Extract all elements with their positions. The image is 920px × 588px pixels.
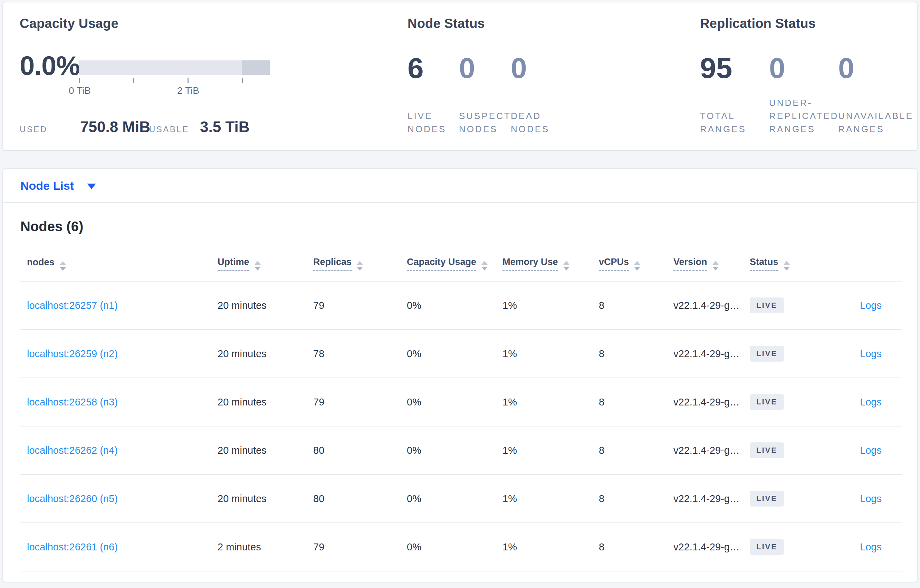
cell-node: localhost:26261 (n6) — [20, 523, 217, 571]
cell-node: localhost:26262 (n4) — [20, 426, 217, 475]
column-header-Version[interactable]: Version — [674, 247, 750, 281]
sort-desc-icon — [60, 267, 66, 271]
node-link[interactable]: localhost:26257 (n1) — [27, 300, 118, 311]
column-header-Capacity Usage[interactable]: Capacity Usage — [407, 247, 502, 281]
cell-capacity: 0% — [407, 378, 502, 426]
cell-vcpus: 8 — [599, 330, 674, 378]
axis-tick — [79, 78, 80, 83]
column-header-label: Memory Use — [502, 257, 558, 271]
sort-desc-icon — [563, 267, 570, 271]
node-link[interactable]: localhost:26261 (n6) — [27, 541, 118, 552]
cell-replicas: 79 — [313, 378, 407, 426]
node-list-bar: Node List — [3, 169, 917, 203]
logs-link[interactable]: Logs — [860, 445, 882, 456]
sort-asc-icon — [357, 261, 363, 265]
cell-logs: Logs — [829, 523, 902, 571]
capacity-stats-row: USED 750.8 MiB USABLE 3.5 TiB — [20, 118, 293, 139]
sort-icon[interactable] — [254, 261, 261, 271]
usable-value: 3.5 TiB — [200, 118, 249, 136]
usable-label: USABLE — [149, 124, 189, 134]
logs-link[interactable]: Logs — [860, 396, 882, 407]
sort-desc-icon — [634, 267, 640, 271]
node-status-section: Node Status 6 LIVE NODES 0 SUSPECT NODES… — [408, 2, 649, 150]
column-header-Memory Use[interactable]: Memory Use — [502, 247, 599, 281]
cell-status: LIVE — [750, 523, 829, 571]
status-badge: LIVE — [750, 539, 784, 555]
replication-status-title: Replication Status — [700, 16, 816, 31]
total-ranges-count: 95 — [700, 52, 732, 85]
axis-tick — [188, 78, 189, 83]
table-row: localhost:26262 (n4)20 minutes800%1%8v22… — [20, 426, 902, 475]
unavailable-ranges-count: 0 — [838, 52, 854, 85]
column-header-label: Version — [674, 257, 707, 271]
cell-version: v22.1.4-29-g… — [674, 281, 750, 330]
sort-icon[interactable] — [713, 261, 719, 271]
cell-version: v22.1.4-29-g… — [674, 426, 750, 475]
chevron-down-icon — [87, 184, 96, 189]
sort-icon[interactable] — [784, 261, 790, 271]
sort-icon[interactable] — [634, 261, 640, 271]
column-header-label: Status — [750, 257, 778, 271]
sort-desc-icon — [481, 267, 488, 271]
cell-replicas: 79 — [313, 523, 407, 571]
cell-uptime: 20 minutes — [217, 281, 313, 330]
sort-icon[interactable] — [357, 261, 363, 271]
axis-tick — [133, 78, 134, 83]
cell-logs: Logs — [829, 330, 902, 378]
cell-memory: 1% — [502, 330, 599, 378]
node-list-dropdown[interactable]: Node List — [20, 179, 96, 192]
column-header-vCPUs[interactable]: vCPUs — [599, 247, 674, 281]
logs-link[interactable]: Logs — [860, 541, 882, 552]
sort-asc-icon — [60, 261, 66, 265]
table-header-row: nodesUptimeReplicasCapacity UsageMemory … — [20, 247, 902, 281]
cell-logs: Logs — [829, 378, 902, 426]
column-header-nodes[interactable]: nodes — [20, 247, 217, 281]
node-link[interactable]: localhost:26260 (n5) — [27, 493, 118, 504]
column-header-Replicas[interactable]: Replicas — [313, 247, 407, 281]
cell-status: LIVE — [750, 378, 829, 426]
cell-capacity: 0% — [407, 281, 502, 330]
status-badge: LIVE — [750, 491, 784, 507]
capacity-bar-usable-segment — [79, 60, 242, 75]
cell-node: localhost:26258 (n3) — [20, 378, 217, 426]
column-header-label: vCPUs — [599, 257, 629, 271]
suspect-nodes-count: 0 — [459, 52, 475, 85]
node-link[interactable]: localhost:26262 (n4) — [27, 445, 118, 456]
sort-icon[interactable] — [481, 261, 488, 271]
column-header-Status[interactable]: Status — [750, 247, 829, 281]
cell-capacity: 0% — [407, 330, 502, 378]
column-header-label: Capacity Usage — [407, 257, 476, 271]
sort-icon[interactable] — [563, 261, 570, 271]
node-link[interactable]: localhost:26259 (n2) — [27, 348, 118, 359]
sort-desc-icon — [713, 267, 719, 271]
logs-link[interactable]: Logs — [860, 300, 882, 311]
dead-nodes-count: 0 — [511, 52, 527, 85]
table-row: localhost:26260 (n5)20 minutes800%1%8v22… — [20, 475, 902, 523]
cell-logs: Logs — [829, 281, 902, 330]
cell-node: localhost:26260 (n5) — [20, 475, 217, 523]
live-nodes-label: LIVE NODES — [408, 109, 446, 136]
logs-link[interactable]: Logs — [860, 348, 882, 359]
cell-memory: 1% — [502, 281, 599, 330]
status-badge: LIVE — [750, 394, 784, 410]
cell-replicas: 79 — [313, 281, 407, 330]
column-header-logs — [829, 247, 902, 281]
node-link[interactable]: localhost:26258 (n3) — [27, 396, 118, 407]
cell-logs: Logs — [829, 475, 902, 523]
logs-link[interactable]: Logs — [860, 493, 882, 504]
cell-vcpus: 8 — [599, 475, 674, 523]
sort-asc-icon — [481, 261, 488, 265]
cell-capacity: 0% — [407, 426, 502, 475]
sort-icon[interactable] — [60, 261, 66, 271]
cell-replicas: 80 — [313, 475, 407, 523]
cell-node: localhost:26259 (n2) — [20, 330, 217, 378]
cell-uptime: 20 minutes — [217, 330, 313, 378]
column-header-Uptime[interactable]: Uptime — [217, 247, 313, 281]
cell-uptime: 20 minutes — [217, 475, 313, 523]
suspect-nodes-label: SUSPECT NODES — [459, 109, 511, 136]
status-badge: LIVE — [750, 443, 784, 458]
node-list-dropdown-label: Node List — [20, 179, 74, 192]
cell-replicas: 80 — [313, 426, 407, 475]
cell-memory: 1% — [502, 426, 599, 475]
cell-status: LIVE — [750, 330, 829, 378]
